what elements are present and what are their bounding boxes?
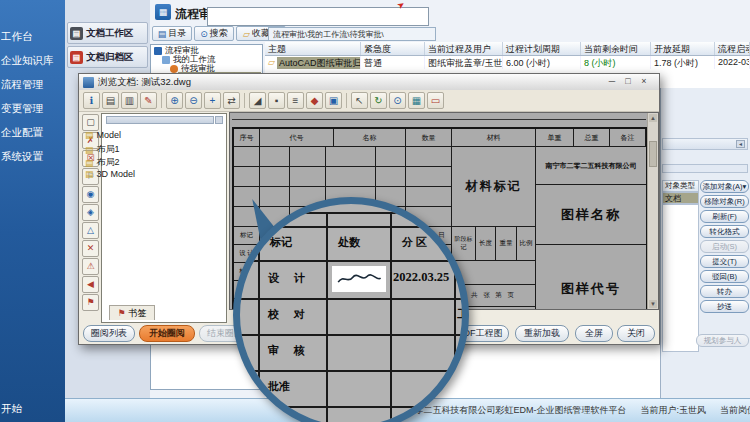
transfer-button[interactable]: 转办 bbox=[700, 285, 749, 298]
current-user: 当前用户:玉世风 bbox=[641, 404, 707, 417]
fullscreen-button[interactable]: 全屏 bbox=[575, 325, 613, 342]
col-remaining[interactable]: 当前剩余时间 bbox=[581, 42, 651, 55]
stamp-warning-icon[interactable]: ⚠ bbox=[82, 258, 99, 275]
dialog-title: 浏览文档: 测试32.dwg bbox=[98, 76, 191, 89]
app-screen: 工作台 企业知识库 流程管理 变更管理 企业配置 系统设置 开始 ▤ 文档工作区… bbox=[0, 0, 750, 422]
zoom-out-icon[interactable]: ⊖ bbox=[185, 92, 202, 109]
quick-search-input[interactable] bbox=[207, 7, 429, 26]
table-row[interactable]: ▱ AutoCAD图纸审批归档流程 普通 图纸审批盖章/玉世风 6.00 (小时… bbox=[265, 56, 750, 69]
row-urgency: 普通 bbox=[361, 56, 425, 69]
stamp-triangle-icon[interactable]: △ bbox=[82, 222, 99, 239]
tab-search[interactable]: ⊙ 搜索 bbox=[194, 26, 234, 41]
layout-item-2[interactable]: ▤ 布局2 bbox=[85, 156, 120, 169]
layout-model-label: Model bbox=[97, 130, 122, 140]
task-table-header: 主题 紧急度 当前过程及用户 过程计划周期 当前剩余时间 开放延期 流程启动时间 bbox=[265, 42, 750, 56]
col-start-time[interactable]: 流程启动时间 bbox=[715, 42, 750, 55]
tree-scrollbar[interactable] bbox=[106, 116, 214, 124]
col-process-user[interactable]: 当前过程及用户 bbox=[425, 42, 503, 55]
reject-button[interactable]: 驳回(B) bbox=[700, 270, 749, 283]
doc-archive-button[interactable]: ▤ 文档归档区 bbox=[67, 46, 148, 68]
minimize-button[interactable]: ─ bbox=[605, 76, 619, 87]
mag-craft-cut: 工 bbox=[457, 307, 468, 322]
rotate-icon[interactable]: ↻ bbox=[370, 92, 387, 109]
tb-header-total-wt: 总重 bbox=[574, 129, 610, 147]
view-image-icon[interactable]: ▤ bbox=[102, 92, 119, 109]
dialog-title-bar[interactable]: 浏览文档: 测试32.dwg bbox=[79, 74, 659, 91]
convert-format-button[interactable]: 转化格式 bbox=[700, 225, 749, 238]
stamp-blank-icon[interactable]: ▢ bbox=[82, 114, 99, 131]
tab-catalog[interactable]: ▤ 目录 bbox=[152, 26, 192, 41]
remove-object-button[interactable]: 移除对象(R) bbox=[700, 195, 749, 208]
col-plan-period[interactable]: 过程计划周期 bbox=[503, 42, 581, 55]
sidebar-item-config[interactable]: 企业配置 bbox=[1, 126, 65, 140]
mag-signature-cell bbox=[332, 266, 386, 292]
close-button[interactable]: 关闭 bbox=[617, 325, 655, 342]
zoom-in-icon[interactable]: ⊕ bbox=[166, 92, 183, 109]
sidebar-item-workbench[interactable]: 工作台 bbox=[1, 30, 65, 44]
tb-header-material: 材料 bbox=[452, 129, 536, 147]
point-mode-icon[interactable]: ▪ bbox=[268, 92, 285, 109]
stamp-seal-icon[interactable]: ◉ bbox=[82, 186, 99, 203]
reload-button[interactable]: 重新加载 bbox=[515, 325, 569, 342]
tree-panel-toggle-icon[interactable] bbox=[215, 116, 223, 124]
fit-window-icon[interactable]: + bbox=[204, 92, 221, 109]
col-subject[interactable]: 主题 bbox=[265, 42, 361, 55]
scroll-down-icon[interactable]: ▼ bbox=[649, 300, 657, 308]
object-row-document[interactable]: 文档 bbox=[662, 192, 699, 204]
panel-collapse-icon[interactable]: ◂ bbox=[736, 140, 745, 148]
print-icon[interactable]: ▥ bbox=[121, 92, 138, 109]
layout-item-model[interactable]: ▤ Model bbox=[85, 130, 121, 140]
fill-mode-icon[interactable]: ◢ bbox=[249, 92, 266, 109]
select-icon[interactable]: ↖ bbox=[351, 92, 368, 109]
start-review-button[interactable]: 开始圈阅 bbox=[139, 325, 195, 342]
stamp-delete-icon[interactable]: ✕ bbox=[82, 240, 99, 257]
sidebar-item-knowledge[interactable]: 企业知识库 bbox=[1, 54, 65, 68]
viewport-icon[interactable]: ▣ bbox=[325, 92, 342, 109]
cc-button[interactable]: 抄送 bbox=[700, 300, 749, 313]
doc-workspace-label: 文档工作区 bbox=[86, 27, 134, 40]
flow-doc-icon: ▱ bbox=[268, 57, 275, 69]
mag-rev-mark: 标记 bbox=[270, 235, 292, 250]
review-list-button[interactable]: 圈阅列表 bbox=[83, 325, 135, 342]
find-icon[interactable]: ⊙ bbox=[389, 92, 406, 109]
maximize-button[interactable]: □ bbox=[621, 76, 635, 87]
pan-icon[interactable]: ⇄ bbox=[223, 92, 240, 109]
mag-check-label: 校 对 bbox=[268, 307, 311, 322]
mag-rev-count: 处数 bbox=[338, 235, 360, 250]
sidebar-item-system[interactable]: 系统设置 bbox=[1, 150, 65, 164]
sidebar-item-change[interactable]: 变更管理 bbox=[1, 102, 65, 116]
grid-icon[interactable]: ▦ bbox=[408, 92, 425, 109]
view-box-icon[interactable]: ▭ bbox=[427, 92, 444, 109]
scroll-up-icon[interactable]: ▲ bbox=[649, 114, 657, 122]
add-object-button[interactable]: 添加对象(A) ▾ bbox=[700, 180, 749, 193]
sidebar-item-workflow[interactable]: 流程管理 bbox=[1, 78, 65, 92]
bookmark-flag-icon: ⚑ bbox=[117, 308, 125, 318]
layout-item-3d[interactable]: ▤ 3D Model bbox=[85, 169, 135, 179]
pen-icon[interactable]: ✎ bbox=[140, 92, 157, 109]
col-urgency[interactable]: 紧急度 bbox=[361, 42, 425, 55]
object-type-header[interactable]: 对象类型 bbox=[662, 180, 699, 192]
magnifier-circle: 标记 处数 分 区 更 设 计 2022.03.25 标 校 对 工 审 核 批… bbox=[233, 197, 469, 422]
mag-design-label: 设 计 bbox=[268, 271, 311, 286]
col-delay[interactable]: 开放延期 bbox=[651, 42, 715, 55]
layer-colors-icon[interactable]: ◆ bbox=[306, 92, 323, 109]
drawing-vertical-scrollbar[interactable]: ▲ ▼ bbox=[647, 113, 658, 309]
stamp-mark-icon[interactable]: ◈ bbox=[82, 204, 99, 221]
doc-workspace-button[interactable]: ▤ 文档工作区 bbox=[67, 22, 148, 44]
bookmark-tab[interactable]: ⚑ 书签 bbox=[109, 305, 155, 320]
scrollbar-thumb[interactable] bbox=[649, 141, 657, 167]
layers-icon[interactable]: ≡ bbox=[287, 92, 304, 109]
refresh-button[interactable]: 刷新(F) bbox=[700, 210, 749, 223]
submit-button[interactable]: 提交(T) bbox=[700, 255, 749, 268]
breadcrumb[interactable]: 流程审批\我的工作流\待我审批\ bbox=[268, 27, 436, 41]
workflow-app-icon: ▦ bbox=[155, 4, 171, 20]
tb-rev-mark: 标记 bbox=[234, 227, 260, 245]
close-window-button[interactable]: × bbox=[637, 76, 651, 87]
tab-search-label: 搜索 bbox=[210, 27, 228, 40]
layout-item-1[interactable]: ▤ 布局1 bbox=[85, 143, 120, 156]
current-post: 当前岗位:文件岗位 bbox=[720, 404, 750, 417]
stamp-arrow-icon[interactable]: ◀ bbox=[82, 276, 99, 293]
start-button[interactable]: 开始 bbox=[1, 402, 65, 416]
info-icon[interactable]: ℹ bbox=[83, 92, 100, 109]
stamp-bookmark-icon[interactable]: ⚑ bbox=[82, 294, 99, 311]
